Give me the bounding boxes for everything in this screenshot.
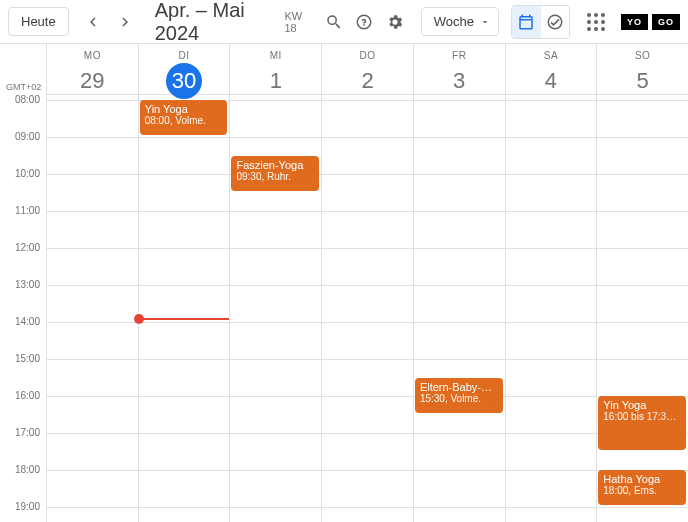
hour-lines: Faszien-Yoga09:30, Ruhr. — [230, 100, 321, 522]
calendar-view-toggle[interactable] — [512, 6, 541, 38]
day-number[interactable]: 4 — [533, 63, 569, 99]
day-column[interactable]: SO5Yin Yoga16:00 bis 17:30 Ruhr.Hatha Yo… — [596, 44, 688, 522]
day-of-week-label: SA — [506, 50, 597, 61]
dropdown-icon — [480, 17, 490, 27]
hour-label: 16:00 — [0, 390, 46, 427]
calendar-event[interactable]: Eltern-Baby-Yoga15:30, Volme. — [415, 378, 503, 413]
day-number[interactable]: 3 — [441, 63, 477, 99]
event-title: Eltern-Baby-Yoga — [420, 381, 498, 393]
event-title: Hatha Yoga — [603, 473, 681, 485]
event-subtitle: 15:30, Volme. — [420, 393, 498, 404]
day-column[interactable]: FR3Eltern-Baby-Yoga15:30, Volme. — [413, 44, 505, 522]
hour-lines: Eltern-Baby-Yoga15:30, Volme. — [414, 100, 505, 522]
calendar-event[interactable]: Yin Yoga16:00 bis 17:30 Ruhr. — [598, 396, 686, 450]
hour-lines — [506, 100, 597, 522]
help-icon — [355, 13, 373, 31]
day-number[interactable]: 2 — [350, 63, 386, 99]
hour-label: 19:00 — [0, 501, 46, 522]
hour-lines — [322, 100, 413, 522]
search-button[interactable] — [320, 6, 347, 38]
hour-label: 17:00 — [0, 427, 46, 464]
day-of-week-label: SO — [597, 50, 688, 61]
day-header[interactable]: MO29 — [47, 44, 138, 100]
hour-lines — [47, 100, 138, 522]
day-column[interactable]: MI1Faszien-Yoga09:30, Ruhr. — [229, 44, 321, 522]
day-column[interactable]: DI30Yin Yoga08:00, Volme. — [138, 44, 230, 522]
brand-part-b: GO — [652, 14, 680, 30]
app-header: Heute Apr. – Mai 2024 KW 18 Woche Y — [0, 0, 688, 44]
hour-label: 10:00 — [0, 168, 46, 205]
nav-arrows — [77, 6, 141, 38]
day-number[interactable]: 1 — [258, 63, 294, 99]
tasks-view-toggle[interactable] — [541, 6, 570, 38]
next-week-button[interactable] — [109, 6, 141, 38]
chevron-left-icon — [84, 13, 102, 31]
week-grid: MO29DI30Yin Yoga08:00, Volme.MI1Faszien-… — [46, 44, 688, 522]
apps-grid-icon — [587, 13, 605, 31]
check-circle-icon — [546, 13, 564, 31]
day-of-week-label: MO — [47, 50, 138, 61]
event-subtitle: 18:00, Ems. — [603, 485, 681, 496]
week-number-label: KW 18 — [284, 10, 312, 34]
day-header[interactable]: DO2 — [322, 44, 413, 100]
event-subtitle: 09:30, Ruhr. — [236, 171, 314, 182]
calendar-event[interactable]: Hatha Yoga18:00, Ems. — [598, 470, 686, 505]
event-subtitle: 08:00, Volme. — [145, 115, 223, 126]
day-number[interactable]: 29 — [74, 63, 110, 99]
hour-lines: Yin Yoga08:00, Volme. — [139, 100, 230, 522]
calendar-grid: GMT+02 08:0009:0010:0011:0012:0013:0014:… — [0, 44, 688, 522]
day-number[interactable]: 30 — [166, 63, 202, 99]
event-title: Yin Yoga — [603, 399, 681, 411]
view-selector[interactable]: Woche — [421, 7, 499, 36]
timezone-label: GMT+02 — [6, 82, 41, 92]
help-button[interactable] — [351, 6, 378, 38]
day-header[interactable]: DI30 — [139, 44, 230, 100]
hour-lines: Yin Yoga16:00 bis 17:30 Ruhr.Hatha Yoga1… — [597, 100, 688, 522]
hour-label: 14:00 — [0, 316, 46, 353]
day-of-week-label: FR — [414, 50, 505, 61]
hour-label: 09:00 — [0, 131, 46, 168]
now-indicator — [139, 318, 230, 320]
day-column[interactable]: MO29 — [46, 44, 138, 522]
prev-week-button[interactable] — [77, 6, 109, 38]
event-title: Faszien-Yoga — [236, 159, 314, 171]
hour-label: 13:00 — [0, 279, 46, 316]
day-of-week-label: MI — [230, 50, 321, 61]
brand-logo: YO GO — [621, 14, 680, 30]
day-number[interactable]: 5 — [625, 63, 661, 99]
today-button[interactable]: Heute — [8, 7, 69, 36]
now-indicator-dot — [134, 314, 144, 324]
time-gutter: 08:0009:0010:0011:0012:0013:0014:0015:00… — [0, 44, 46, 522]
hour-label: 15:00 — [0, 353, 46, 390]
view-selector-label: Woche — [434, 14, 474, 29]
event-subtitle: 16:00 bis 17:30 Ruhr. — [603, 411, 681, 422]
day-of-week-label: DO — [322, 50, 413, 61]
day-of-week-label: DI — [139, 50, 230, 61]
day-header[interactable]: SO5 — [597, 44, 688, 100]
event-title: Yin Yoga — [145, 103, 223, 115]
hour-label: 12:00 — [0, 242, 46, 279]
day-column[interactable]: DO2 — [321, 44, 413, 522]
day-header[interactable]: MI1 — [230, 44, 321, 100]
search-icon — [325, 13, 343, 31]
day-header[interactable]: FR3 — [414, 44, 505, 100]
day-column[interactable]: SA4 — [505, 44, 597, 522]
brand-part-a: YO — [621, 14, 648, 30]
calendar-event[interactable]: Yin Yoga08:00, Volme. — [140, 100, 228, 135]
calendar-icon — [517, 13, 535, 31]
day-header[interactable]: SA4 — [506, 44, 597, 100]
date-range-title: Apr. – Mai 2024 — [155, 0, 273, 45]
hour-label: 18:00 — [0, 464, 46, 501]
settings-button[interactable] — [382, 6, 409, 38]
apps-button[interactable] — [582, 6, 609, 38]
view-toggle-group — [511, 5, 570, 39]
hour-label: 08:00 — [0, 94, 46, 131]
gear-icon — [386, 13, 404, 31]
hour-label: 11:00 — [0, 205, 46, 242]
chevron-right-icon — [116, 13, 134, 31]
calendar-event[interactable]: Faszien-Yoga09:30, Ruhr. — [231, 156, 319, 191]
